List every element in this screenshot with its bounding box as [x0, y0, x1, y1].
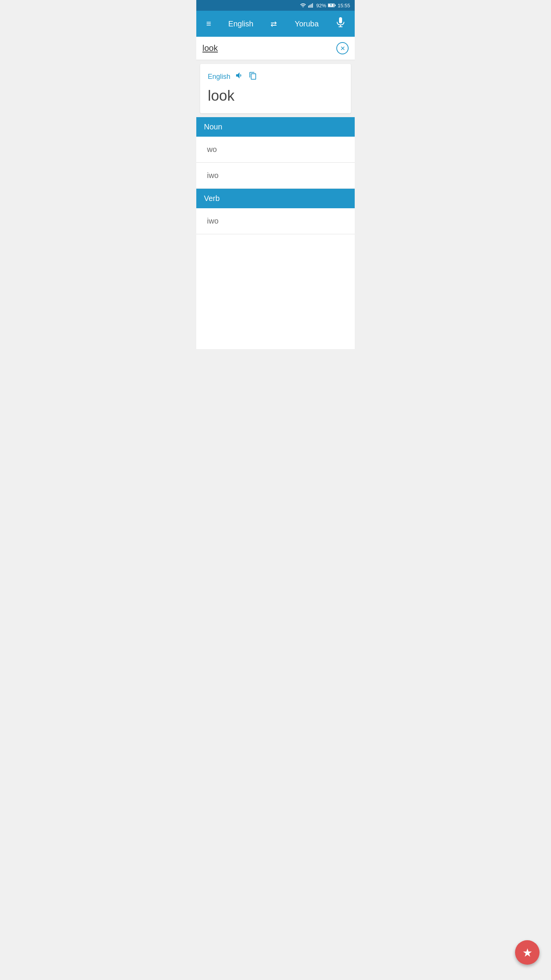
copy-icon[interactable] [249, 72, 257, 82]
speak-icon[interactable] [235, 71, 244, 82]
time-text: 15:55 [337, 3, 350, 8]
battery-icon [328, 3, 336, 8]
svg-rect-5 [335, 5, 336, 6]
wifi-icon [300, 2, 306, 8]
noun-category-header: Noun [196, 117, 355, 137]
swap-languages-icon[interactable]: ⇄ [267, 16, 280, 31]
app-bar: ≡ English ⇄ Yoruba [196, 11, 355, 37]
microphone-icon[interactable] [333, 14, 348, 33]
search-input[interactable] [202, 43, 336, 53]
content-area: Noun wo iwo Verb iwo [196, 117, 355, 349]
signal-icon [308, 2, 314, 8]
svg-rect-7 [339, 17, 342, 23]
clear-button[interactable]: ✕ [336, 42, 349, 54]
search-bar: ✕ [196, 37, 355, 60]
card-language-label: English [208, 73, 230, 81]
battery-text: 92% [316, 3, 326, 8]
card-header: English [208, 71, 343, 82]
translation-card: English look [200, 64, 351, 113]
target-language[interactable]: Yoruba [280, 20, 333, 28]
translation-item[interactable]: wo [196, 137, 355, 163]
translation-item[interactable]: iwo [196, 163, 355, 189]
status-bar: 92% 15:55 [196, 0, 355, 11]
empty-space [196, 234, 355, 349]
status-icons: 92% 15:55 [300, 2, 350, 8]
svg-rect-2 [311, 4, 312, 8]
menu-icon[interactable]: ≡ [203, 16, 214, 31]
source-word: look [208, 88, 343, 104]
verb-category-header: Verb [196, 189, 355, 208]
translation-item[interactable]: iwo [196, 208, 355, 234]
clear-icon: ✕ [340, 45, 345, 52]
svg-rect-1 [310, 5, 310, 8]
source-language[interactable]: English [214, 20, 267, 28]
svg-rect-0 [308, 6, 309, 8]
svg-rect-3 [312, 3, 313, 8]
